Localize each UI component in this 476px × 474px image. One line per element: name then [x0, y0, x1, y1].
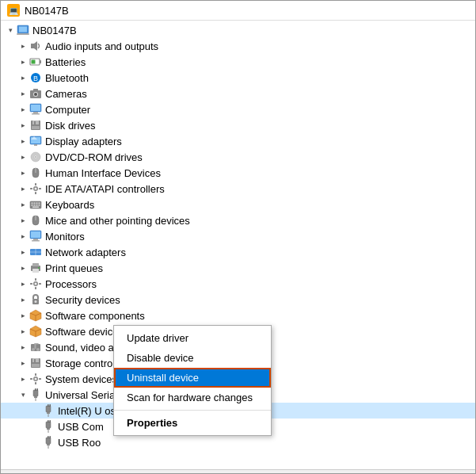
svg-rect-108: [47, 444, 50, 445]
svg-rect-104: [48, 430, 49, 433]
tree-label-ide: IDE ATA/ATAPI controllers: [45, 183, 472, 195]
expand-btn-ide[interactable]: [17, 182, 29, 195]
svg-rect-96: [48, 404, 49, 407]
svg-rect-98: [47, 412, 50, 414]
context-menu-item-disable[interactable]: Disable device: [114, 348, 271, 368]
svg-rect-16: [32, 113, 40, 115]
tree-label-hid: Human Interface Devices: [45, 167, 472, 179]
tree-label-keyboards: Keyboards: [45, 199, 472, 211]
expand-btn-keyboards[interactable]: [17, 198, 29, 211]
svg-rect-49: [31, 231, 40, 238]
svg-rect-39: [36, 203, 38, 205]
expand-btn-audio[interactable]: [17, 40, 29, 52]
svg-text:B: B: [33, 75, 38, 82]
expand-btn-sound[interactable]: [17, 341, 29, 354]
svg-rect-40: [39, 203, 40, 205]
tree-item-cameras[interactable]: Cameras: [1, 86, 475, 101]
expand-btn-hid[interactable]: [17, 166, 29, 179]
svg-rect-107: [50, 436, 51, 438]
context-menu-item-scan[interactable]: Scan for hardware changes: [114, 388, 271, 407]
tree-item-ide[interactable]: IDE ATA/ATAPI controllers: [1, 181, 475, 197]
title-bar-icon: 💻: [7, 4, 20, 17]
svg-rect-37: [32, 203, 33, 205]
svg-rect-94: [36, 398, 36, 401]
svg-rect-51: [32, 240, 40, 242]
expand-btn-computer[interactable]: [17, 103, 29, 116]
svg-rect-63: [30, 283, 32, 285]
expand-btn-batteries[interactable]: [17, 55, 29, 68]
tree-icon-storage: [29, 357, 42, 369]
svg-rect-90: [33, 390, 38, 396]
svg-rect-35: [39, 188, 41, 189]
svg-rect-105: [46, 438, 51, 444]
tree-item-print[interactable]: Print queues: [1, 260, 475, 276]
tree-item-mice[interactable]: Mice and other pointing devices: [1, 212, 475, 228]
context-menu-separator: [114, 410, 271, 411]
expand-btn-network[interactable]: [17, 246, 29, 258]
expand-btn-mice[interactable]: [17, 214, 29, 227]
svg-rect-92: [37, 388, 39, 391]
expand-btn-sysdev[interactable]: [17, 373, 29, 385]
tree-label-bluetooth: Bluetooth: [45, 72, 472, 84]
expand-btn-processors[interactable]: [17, 277, 29, 290]
svg-rect-43: [36, 205, 38, 206]
expand-btn-root[interactable]: [4, 24, 17, 36]
tree-item-hid[interactable]: Human Interface Devices: [1, 165, 475, 181]
device-manager-window: 💻 NB0147B NB0147BAudio inputs and output…: [0, 0, 476, 474]
expand-btn-cameras[interactable]: [17, 87, 29, 100]
tree-icon-cameras: [29, 87, 42, 100]
expand-btn-print[interactable]: [17, 262, 29, 274]
tree-icon-usb: [29, 388, 42, 401]
tree-item-audio[interactable]: Audio inputs and outputs: [1, 38, 475, 54]
tree-item-monitors[interactable]: Monitors: [1, 228, 475, 244]
tree-item-usbroot[interactable]: USB Roo: [1, 434, 475, 450]
svg-rect-87: [35, 382, 36, 384]
tree-label-network: Network adapters: [45, 247, 472, 258]
tree-icon-disk: [29, 119, 42, 132]
tree-item-display[interactable]: Display adapters: [1, 133, 475, 149]
title-bar: 💻 NB0147B: [1, 1, 475, 21]
svg-rect-109: [48, 445, 49, 449]
svg-rect-15: [33, 112, 38, 113]
tree-icon-bluetooth: B: [29, 71, 42, 84]
tree-icon-display: [29, 135, 42, 147]
svg-rect-20: [32, 126, 40, 129]
svg-rect-23: [34, 144, 37, 146]
expand-btn-bluetooth[interactable]: [17, 71, 29, 84]
svg-rect-89: [39, 378, 41, 380]
tree-icon-usbcom: [42, 420, 55, 433]
tree-item-dvd[interactable]: DVD/CD-ROM drives: [1, 149, 475, 165]
expand-btn-display[interactable]: [17, 135, 29, 147]
svg-rect-64: [39, 283, 41, 285]
tree-item-computer[interactable]: Computer: [1, 101, 475, 117]
svg-point-66: [35, 300, 37, 303]
svg-rect-12: [33, 89, 38, 91]
expand-btn-dvd[interactable]: [17, 151, 29, 163]
context-menu-item-properties[interactable]: Properties: [114, 413, 271, 433]
expand-btn-security[interactable]: [17, 293, 29, 306]
tree-icon-ide: [29, 182, 42, 195]
svg-point-60: [35, 283, 37, 285]
context-menu-item-uninstall[interactable]: Uninstall device: [114, 368, 271, 388]
expand-btn-monitors[interactable]: [17, 230, 29, 243]
expand-btn-swdev[interactable]: [17, 325, 29, 338]
expand-btn-swcomp[interactable]: [17, 309, 29, 322]
tree-icon-sysdev: [29, 373, 42, 385]
svg-point-76: [32, 348, 35, 351]
tree-item-network[interactable]: Network adapters: [1, 244, 475, 260]
svg-rect-102: [50, 420, 51, 422]
tree-item-root[interactable]: NB0147B: [1, 22, 475, 38]
tree-item-swcomp[interactable]: Software components: [1, 308, 475, 323]
tree-item-keyboards[interactable]: Keyboards: [1, 197, 475, 212]
tree-item-disk[interactable]: Disk drives: [1, 117, 475, 133]
tree-icon-print: [29, 262, 42, 274]
tree-item-security[interactable]: Security devices: [1, 292, 475, 308]
tree-item-bluetooth[interactable]: BBluetooth: [1, 70, 475, 86]
context-menu-item-update[interactable]: Update driver: [114, 328, 271, 348]
expand-btn-usb[interactable]: [17, 388, 29, 401]
tree-item-processors[interactable]: Processors: [1, 276, 475, 292]
svg-rect-106: [48, 436, 49, 438]
expand-btn-disk[interactable]: [17, 119, 29, 132]
tree-item-batteries[interactable]: Batteries: [1, 54, 475, 70]
expand-btn-storage[interactable]: [17, 357, 29, 369]
